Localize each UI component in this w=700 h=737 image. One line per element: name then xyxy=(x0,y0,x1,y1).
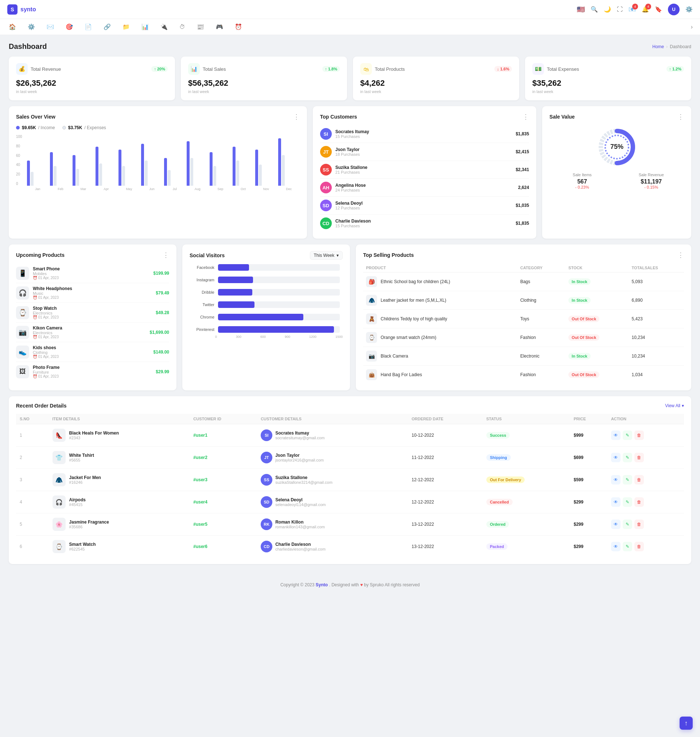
social-bar-row: Pinnterest xyxy=(193,326,340,333)
order-customer-id[interactable]: #user2 xyxy=(190,447,257,469)
nav-news-icon[interactable]: 📰 xyxy=(196,22,206,32)
income-bar xyxy=(164,158,167,186)
order-customer-details: SD Selena Deoyl selenadeoyl114@gmail.com xyxy=(257,491,408,513)
view-button[interactable]: 👁 xyxy=(611,475,621,485)
sale-revenue-value: $11,197 xyxy=(619,178,684,185)
order-item-details: 🌸 Jasmine Fragrance #35686 xyxy=(49,513,190,536)
sell-stock-cell: Out Of Stock xyxy=(565,366,628,384)
sale-revenue-change: - 0.15% xyxy=(619,185,684,189)
delete-button[interactable]: 🗑 xyxy=(634,430,644,440)
delete-button[interactable]: 🗑 xyxy=(634,542,644,551)
product-price: $199.99 xyxy=(153,271,169,276)
action-buttons: 👁 ✎ 🗑 xyxy=(611,520,680,529)
bar-tick: 600 xyxy=(260,335,266,339)
sale-value-menu[interactable]: ⋮ xyxy=(677,113,684,121)
product-info: ⌚ Stop Watch Electronics ⏰ 01 Apr, 2023 xyxy=(16,306,59,319)
income-bar xyxy=(27,161,30,186)
view-all-link[interactable]: View All ▾ xyxy=(665,403,684,408)
delete-button[interactable]: 🗑 xyxy=(634,475,644,485)
notifications-badge: 4 xyxy=(632,4,638,9)
y-axis: 100806040200 xyxy=(16,135,22,186)
week-selector[interactable]: This Week ▾ xyxy=(310,251,343,260)
customer-detail-info: JT Json Taylor jsontaylor2416@gmail.com xyxy=(261,452,404,463)
order-customer-id[interactable]: #user6 xyxy=(190,536,257,558)
order-customer-id[interactable]: #user4 xyxy=(190,491,257,513)
breadcrumb-home-link[interactable]: Home xyxy=(652,44,664,49)
user-avatar[interactable]: U xyxy=(668,4,679,15)
product-row: 📱 Smart Phone Mobiles ⏰ 01 Apr, 2023 $19… xyxy=(16,264,169,283)
customer-detail-email: socratesitumay@gmail.com xyxy=(275,436,325,440)
table-row: 1 👠 Black Heals For Women #2343 #user1 S… xyxy=(16,425,684,447)
delete-button[interactable]: 🗑 xyxy=(634,520,644,529)
edit-button[interactable]: ✎ xyxy=(623,430,632,440)
item-info: 🧥 Jacket For Men #16246 xyxy=(53,473,186,486)
delete-button[interactable]: 🗑 xyxy=(634,497,644,507)
footer-brand-link[interactable]: Synto xyxy=(316,582,328,587)
edit-button[interactable]: ✎ xyxy=(623,542,632,551)
search-icon[interactable]: 🔍 xyxy=(591,6,598,13)
nav-target-icon[interactable]: 🎯 xyxy=(64,22,74,32)
product-details: Stop Watch Electronics ⏰ 01 Apr, 2023 xyxy=(33,306,59,319)
nav-timer-icon[interactable]: ⏱ xyxy=(178,22,187,32)
order-sno: 4 xyxy=(16,491,49,513)
nav-settings-icon[interactable]: ⚙️ xyxy=(26,22,37,32)
bookmark-icon[interactable]: 🔖 xyxy=(655,6,662,13)
view-button[interactable]: 👁 xyxy=(611,497,621,507)
platform-label: Twitter xyxy=(193,302,215,307)
order-customer-details: JT Json Taylor jsontaylor2416@gmail.com xyxy=(257,447,408,469)
customer-id-link[interactable]: #user6 xyxy=(193,544,207,549)
customer-id-link[interactable]: #user2 xyxy=(193,455,207,460)
nav-chart-icon[interactable]: 📊 xyxy=(140,22,150,32)
nav-chevron-right[interactable]: › xyxy=(691,24,693,30)
customer-id-link[interactable]: #user5 xyxy=(193,522,207,527)
order-customer-id[interactable]: #user5 xyxy=(190,513,257,536)
nav-doc-icon[interactable]: 📄 xyxy=(83,22,93,32)
flag-icon[interactable]: 🇺🇸 xyxy=(577,6,585,13)
delete-button[interactable]: 🗑 xyxy=(634,453,644,462)
customer-id-link[interactable]: #user1 xyxy=(193,433,207,438)
nav-plug-icon[interactable]: 🔌 xyxy=(159,22,169,32)
item-id: #2343 xyxy=(69,436,119,440)
view-button[interactable]: 👁 xyxy=(611,430,621,440)
edit-button[interactable]: ✎ xyxy=(623,497,632,507)
edit-button[interactable]: ✎ xyxy=(623,475,632,485)
nav-game-icon[interactable]: 🎮 xyxy=(215,22,225,32)
chart-month-label: Feb xyxy=(50,187,72,191)
sell-product-name: Orange smart watch (24mm) xyxy=(381,335,437,340)
gear-icon[interactable]: ⚙️ xyxy=(685,6,693,13)
sale-items-label: Sale Items xyxy=(549,172,615,177)
product-date: ⏰ 01 Apr, 2023 xyxy=(33,374,59,378)
nav-folder-icon[interactable]: 📁 xyxy=(121,22,131,32)
customer-id-link[interactable]: #user4 xyxy=(193,500,207,505)
order-sno: 6 xyxy=(16,536,49,558)
expand-icon[interactable]: ⛶ xyxy=(617,6,623,13)
nav-mail-icon[interactable]: ✉️ xyxy=(45,22,56,32)
action-buttons: 👁 ✎ 🗑 xyxy=(611,542,680,551)
theme-toggle-icon[interactable]: 🌙 xyxy=(604,6,611,13)
income-value: $9.65K xyxy=(22,125,36,130)
customer-detail-info: SS Suzika Stallone suzikaStallone3214@gm… xyxy=(261,474,404,486)
order-customer-id[interactable]: #user3 xyxy=(190,469,257,491)
order-customer-id[interactable]: #user1 xyxy=(190,425,257,447)
top-customers-menu[interactable]: ⋮ xyxy=(522,113,529,121)
view-all-text: View All xyxy=(665,403,680,408)
customer-id-link[interactable]: #user3 xyxy=(193,477,207,482)
stock-badge: Out Of Stock xyxy=(568,371,599,378)
nav-link-icon[interactable]: 🔗 xyxy=(102,22,112,32)
customer-amount: $2,415 xyxy=(516,149,529,154)
edit-button[interactable]: ✎ xyxy=(623,520,632,529)
top-selling-menu[interactable]: ⋮ xyxy=(677,251,684,259)
nav-home-icon[interactable]: 🏠 xyxy=(7,22,18,32)
view-button[interactable]: 👁 xyxy=(611,520,621,529)
nav-clock-icon[interactable]: ⏰ xyxy=(233,22,244,32)
edit-button[interactable]: ✎ xyxy=(623,453,632,462)
upcoming-menu[interactable]: ⋮ xyxy=(163,251,169,259)
bell-icon[interactable]: 🔔 4 xyxy=(642,6,649,13)
stat-badge: ↑ 1.2% xyxy=(666,66,684,72)
sales-card-menu[interactable]: ⋮ xyxy=(293,113,300,121)
notifications-icon[interactable]: 📧 4 xyxy=(628,6,636,13)
app-logo[interactable]: S synto xyxy=(7,4,36,15)
order-actions: 👁 ✎ 🗑 xyxy=(607,447,684,469)
view-button[interactable]: 👁 xyxy=(611,453,621,462)
view-button[interactable]: 👁 xyxy=(611,542,621,551)
